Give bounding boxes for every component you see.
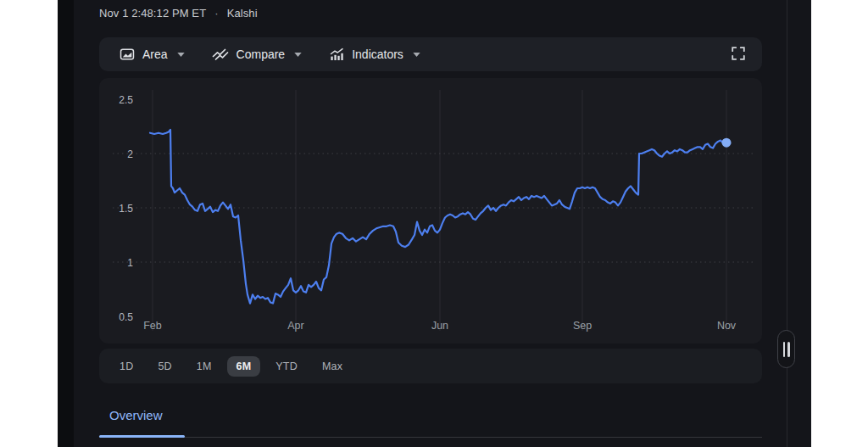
svg-text:Jun: Jun [431, 320, 448, 332]
svg-text:1: 1 [127, 257, 133, 269]
separator-dot: · [214, 7, 218, 20]
price-chart[interactable]: 2.521.510.5FebAprJunSepNov [99, 78, 762, 344]
active-tab-underline [99, 435, 185, 438]
range-button-ytd[interactable]: YTD [266, 356, 307, 377]
compare-icon [212, 47, 229, 61]
fullscreen-icon [732, 47, 745, 63]
data-source-label: Kalshi [227, 7, 258, 20]
chart-status-row: Nov 1 2:48:12 PM ET · Kalshi [99, 7, 258, 20]
left-gutter [58, 0, 74, 447]
svg-text:Apr: Apr [287, 320, 303, 332]
chevron-down-icon [294, 53, 302, 57]
svg-text:Feb: Feb [143, 320, 162, 332]
range-button-1m[interactable]: 1M [187, 356, 221, 377]
compare-dropdown[interactable]: Compare [212, 47, 303, 61]
indicators-label: Indicators [352, 47, 403, 61]
panel-resize-handle[interactable] [777, 330, 795, 368]
range-button-1d[interactable]: 1D [110, 356, 142, 377]
drag-handle-icon [783, 342, 786, 357]
chart-type-dropdown[interactable]: Area [120, 47, 185, 61]
chevron-down-icon [413, 53, 420, 57]
svg-text:1.5: 1.5 [119, 203, 133, 215]
svg-text:Nov: Nov [717, 320, 737, 332]
area-chart-icon [120, 47, 135, 61]
fullscreen-button[interactable] [728, 43, 748, 66]
latest-point-dot [722, 138, 732, 148]
drag-handle-icon [787, 342, 790, 357]
indicators-dropdown[interactable]: Indicators [329, 47, 420, 61]
svg-text:Sep: Sep [573, 320, 592, 332]
svg-text:2: 2 [127, 148, 133, 160]
range-button-5d[interactable]: 5D [148, 356, 181, 377]
chart-card: 2.521.510.5FebAprJunSepNov [99, 78, 762, 344]
range-button-6m[interactable]: 6M [227, 356, 261, 377]
chart-type-label: Area [142, 47, 168, 61]
tab-overview[interactable]: Overview [109, 408, 163, 422]
tab-bar-divider [99, 437, 762, 438]
time-range-bar: 1D 5D 1M 6M YTD Max [99, 349, 762, 383]
indicators-icon [329, 47, 344, 61]
screen: Nov 1 2:48:12 PM ET · Kalshi Area [0, 0, 868, 447]
svg-text:2.5: 2.5 [119, 94, 133, 106]
compare-label: Compare [236, 47, 286, 61]
quote-timestamp: Nov 1 2:48:12 PM ET [99, 7, 206, 20]
range-button-max[interactable]: Max [313, 356, 352, 377]
chart-toolbar: Area Compare [99, 37, 762, 71]
svg-text:0.5: 0.5 [119, 311, 133, 323]
panel-divider [787, 0, 787, 447]
chevron-down-icon [177, 53, 185, 57]
